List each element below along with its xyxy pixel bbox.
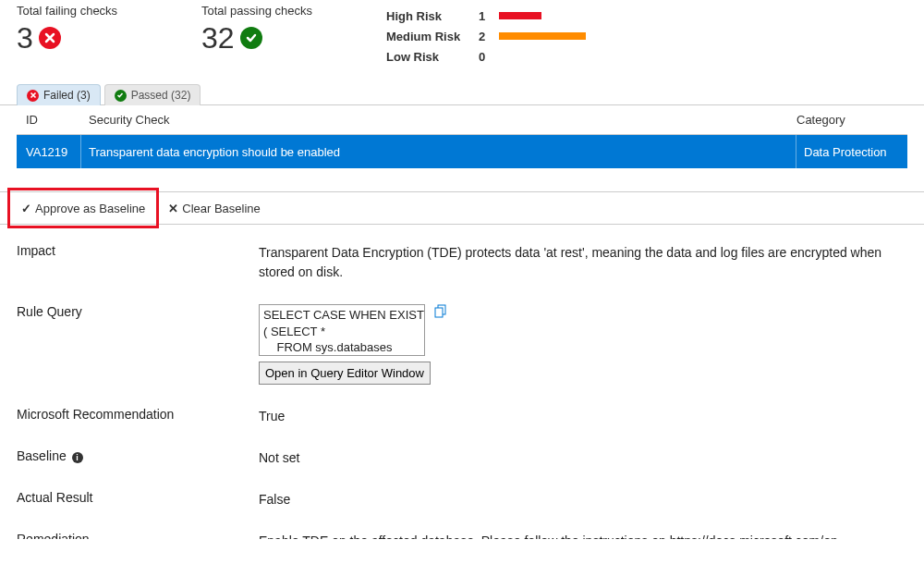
medium-risk-bar bbox=[499, 32, 586, 40]
passing-label: Total passing checks bbox=[201, 4, 349, 18]
passing-count: 32 bbox=[201, 23, 235, 53]
medium-risk-label: Medium Risk bbox=[386, 30, 469, 43]
col-category[interactable]: Category bbox=[796, 113, 907, 127]
actual-result-value: False bbox=[259, 490, 924, 509]
details-pane[interactable]: Impact Transparent Data Encryption (TDE)… bbox=[0, 225, 924, 539]
row-id: VA1219 bbox=[17, 135, 81, 168]
check-icon bbox=[21, 202, 31, 215]
baseline-value: Not set bbox=[259, 448, 924, 468]
pass-icon-small bbox=[115, 90, 127, 102]
open-query-editor-button[interactable]: Open in Query Editor Window bbox=[259, 362, 431, 385]
low-risk-label: Low Risk bbox=[386, 50, 469, 64]
tab-failed[interactable]: Failed (3) bbox=[17, 84, 101, 105]
high-risk-bar bbox=[499, 12, 541, 19]
tab-passed[interactable]: Passed (32) bbox=[104, 84, 201, 105]
table-row[interactable]: VA1219 Transparent data encryption shoul… bbox=[17, 135, 907, 168]
high-risk-label: High Risk bbox=[386, 9, 469, 23]
pass-icon bbox=[240, 27, 262, 49]
row-check: Transparent data encryption should be en… bbox=[81, 135, 796, 168]
copy-icon[interactable] bbox=[434, 304, 447, 319]
tabs: Failed (3) Passed (32) bbox=[0, 67, 924, 105]
close-icon bbox=[168, 202, 178, 215]
summary-bar: Total failing checks 3 Total passing che… bbox=[0, 0, 924, 67]
actual-result-label: Actual Result bbox=[17, 490, 259, 509]
clear-baseline-button[interactable]: Clear Baseline bbox=[159, 202, 270, 215]
passing-block: Total passing checks 32 bbox=[201, 4, 349, 53]
failing-block: Total failing checks 3 bbox=[17, 4, 164, 53]
action-bar: Approve as Baseline Clear Baseline bbox=[0, 191, 924, 225]
impact-value: Transparent Data Encryption (TDE) protec… bbox=[259, 243, 924, 282]
rule-query-label: Rule Query bbox=[17, 304, 259, 385]
rule-query-textarea[interactable]: SELECT CASE WHEN EXISTS ( SELECT * FROM … bbox=[259, 304, 425, 356]
low-risk-count: 0 bbox=[479, 50, 490, 64]
tab-failed-label: Failed (3) bbox=[43, 89, 91, 102]
msrec-value: True bbox=[259, 407, 924, 426]
info-icon[interactable]: i bbox=[72, 452, 83, 463]
svg-rect-1 bbox=[435, 308, 443, 317]
failing-label: Total failing checks bbox=[17, 4, 164, 18]
risk-block: High Risk 1 Medium Risk 2 Low Risk 0 bbox=[386, 4, 586, 67]
msrec-label: Microsoft Recommendation bbox=[17, 407, 259, 426]
approve-label: Approve as Baseline bbox=[35, 202, 145, 215]
row-category: Data Protection bbox=[796, 145, 907, 159]
col-id[interactable]: ID bbox=[17, 113, 81, 127]
clear-label: Clear Baseline bbox=[182, 202, 261, 215]
remediation-label: Remediation bbox=[17, 532, 259, 539]
tab-passed-label: Passed (32) bbox=[131, 89, 191, 102]
fail-icon-small bbox=[27, 90, 39, 102]
high-risk-count: 1 bbox=[479, 9, 490, 23]
medium-risk-count: 2 bbox=[479, 30, 490, 43]
baseline-label: Baseline i bbox=[17, 448, 259, 468]
baseline-label-text: Baseline bbox=[17, 448, 67, 463]
fail-icon bbox=[39, 27, 61, 49]
failing-count: 3 bbox=[17, 23, 33, 53]
col-check[interactable]: Security Check bbox=[81, 113, 796, 127]
remediation-value: Enable TDE on the affected database. Ple… bbox=[259, 532, 924, 539]
approve-as-baseline-button[interactable]: Approve as Baseline bbox=[7, 188, 159, 228]
impact-label: Impact bbox=[17, 243, 259, 282]
table-header: ID Security Check Category bbox=[17, 105, 907, 135]
